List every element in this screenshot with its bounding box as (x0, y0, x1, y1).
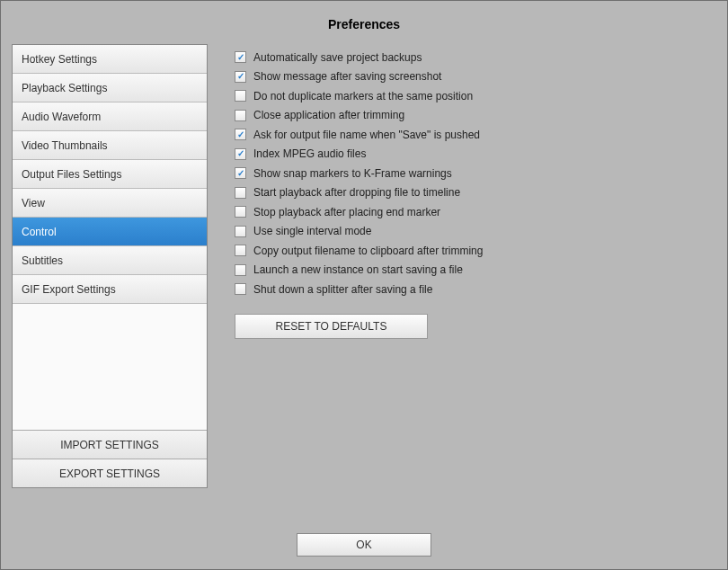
checkbox-row: Close application after trimming (235, 106, 716, 126)
sidebar-tab[interactable]: Playback Settings (13, 74, 207, 102)
checkbox-label: Index MPEG audio files (253, 147, 366, 160)
checkbox[interactable] (235, 283, 246, 295)
sidebar-tab[interactable]: View (13, 189, 207, 218)
import-settings-button[interactable]: IMPORT SETTINGS (13, 430, 207, 459)
dialog-footer: OK (1, 533, 727, 569)
checkbox[interactable] (235, 264, 246, 276)
checkbox-label: Do not duplicate markers at the same pos… (253, 90, 473, 102)
sidebar-tab[interactable]: Video Thumbnails (13, 131, 207, 160)
checkbox-label: Show snap markers to K-Frame warnings (253, 167, 452, 180)
checkbox-row: Show snap markers to K-Frame warnings (235, 164, 716, 183)
sidebar-buttons: IMPORT SETTINGS EXPORT SETTINGS (13, 430, 207, 487)
checkbox-label: Stop playback after placing end marker (253, 206, 440, 218)
checkbox-label: Close application after trimming (253, 109, 404, 121)
checkbox-row: Do not duplicate markers at the same pos… (235, 86, 716, 106)
checkbox[interactable] (235, 51, 246, 63)
checkbox[interactable] (235, 206, 246, 218)
checkbox-label: Copy output filename to clipboard after … (253, 245, 483, 257)
checkbox-label: Automatically save project backups (253, 51, 422, 64)
checkbox[interactable] (235, 226, 246, 237)
sidebar-tab[interactable]: GIF Export Settings (13, 275, 207, 304)
sidebar-tab[interactable]: Hotkey Settings (13, 45, 207, 74)
checkbox-row: Shut down a splitter after saving a file (235, 280, 716, 299)
dialog-title: Preferences (1, 1, 727, 44)
sidebar-tab[interactable]: Subtitles (13, 246, 207, 275)
checkbox-row: Automatically save project backups (235, 48, 716, 67)
checkbox[interactable] (235, 129, 246, 140)
sidebar-tab[interactable]: Audio Waveform (13, 102, 207, 131)
checkbox[interactable] (235, 245, 246, 256)
checkbox[interactable] (235, 148, 246, 160)
dialog-body: Hotkey SettingsPlayback SettingsAudio Wa… (1, 44, 727, 533)
export-settings-button[interactable]: EXPORT SETTINGS (13, 459, 207, 487)
checkbox-label: Use single interval mode (253, 225, 371, 237)
checkbox[interactable] (235, 110, 246, 121)
checkbox[interactable] (235, 187, 246, 199)
checkbox-row: Start playback after dropping file to ti… (235, 183, 716, 203)
reset-defaults-button[interactable]: RESET TO DEFAULTS (235, 314, 428, 339)
sidebar: Hotkey SettingsPlayback SettingsAudio Wa… (12, 44, 208, 488)
checkbox-label: Shut down a splitter after saving a file (253, 283, 432, 296)
checkbox-row: Copy output filename to clipboard after … (235, 241, 716, 261)
checkbox-row: Launch a new instance on start saving a … (235, 261, 716, 281)
checkbox-list: Automatically save project backupsShow m… (235, 48, 716, 299)
sidebar-tab[interactable]: Control (13, 218, 207, 246)
checkbox-row: Ask for output file name when "Save" is … (235, 125, 716, 145)
preferences-window: Preferences Hotkey SettingsPlayback Sett… (0, 0, 728, 570)
ok-button[interactable]: OK (297, 533, 431, 557)
checkbox[interactable] (235, 167, 246, 179)
sidebar-tab[interactable]: Output Files Settings (13, 160, 207, 189)
checkbox-row: Use single interval mode (235, 222, 716, 242)
sidebar-tabs: Hotkey SettingsPlayback SettingsAudio Wa… (13, 45, 207, 430)
checkbox-label: Start playback after dropping file to ti… (253, 186, 460, 199)
checkbox-label: Launch a new instance on start saving a … (253, 263, 463, 276)
checkbox[interactable] (235, 71, 246, 83)
checkbox-label: Ask for output file name when "Save" is … (253, 129, 480, 141)
checkbox[interactable] (235, 90, 246, 102)
checkbox-label: Show message after saving screenshot (253, 70, 441, 83)
settings-panel: Automatically save project backupsShow m… (235, 44, 716, 522)
checkbox-row: Stop playback after placing end marker (235, 202, 716, 222)
checkbox-row: Index MPEG audio files (235, 145, 716, 165)
checkbox-row: Show message after saving screenshot (235, 67, 716, 87)
